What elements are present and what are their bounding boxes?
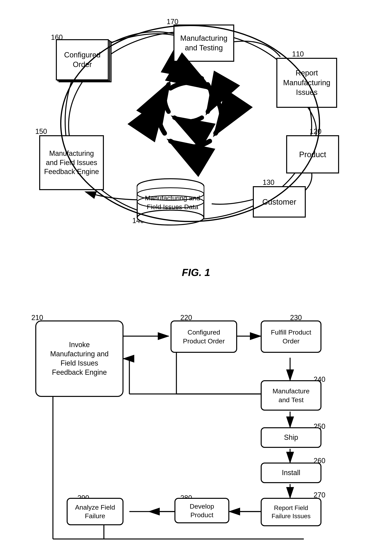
box-feedback-engine: Manufacturing and Field Issues Feedback … xyxy=(39,135,104,190)
configured-order-wrapper: Configured Order xyxy=(56,39,109,80)
box-report-mfg: Report Manufacturing Issues xyxy=(276,58,337,108)
fig2-diagram: 210 Invoke Manufacturing and Field Issue… xyxy=(20,298,372,553)
box-fulfill: Fulfill Product Order xyxy=(261,321,322,353)
fig1-label: FIG. 1 xyxy=(16,267,376,278)
box-customer: Customer xyxy=(253,186,306,218)
page: 170 Manufacturing and Testing 110 Report… xyxy=(0,0,392,558)
box-install: Install xyxy=(261,462,322,483)
box-configured-product-order: Configured Product Order xyxy=(171,321,237,353)
box-configured-order: Configured Order xyxy=(56,39,109,80)
label-130: 130 xyxy=(263,178,274,187)
box-develop-product: Develop Product xyxy=(174,498,229,523)
box-manufacture-test: Manufacture and Test xyxy=(261,380,322,411)
box-product: Product xyxy=(286,135,339,174)
label-120: 120 xyxy=(310,127,322,136)
box-ship: Ship xyxy=(261,427,322,448)
fig2-label: FIG. 2 xyxy=(16,557,376,558)
fig1-diagram: 170 Manufacturing and Testing 110 Report… xyxy=(20,12,372,263)
box-analyze-field: Analyze Field Failure xyxy=(67,498,123,525)
label-110: 110 xyxy=(292,50,304,58)
mfg-field-data-label: Manufacturing and Field Issues Data xyxy=(139,185,206,219)
box-report-field: Report Field Failure Issues xyxy=(261,498,322,526)
label-150: 150 xyxy=(35,127,47,136)
box-invoke: Invoke Manufacturing and Field Issues Fe… xyxy=(35,321,123,397)
box-mfg-testing: Manufacturing and Testing xyxy=(174,25,234,62)
